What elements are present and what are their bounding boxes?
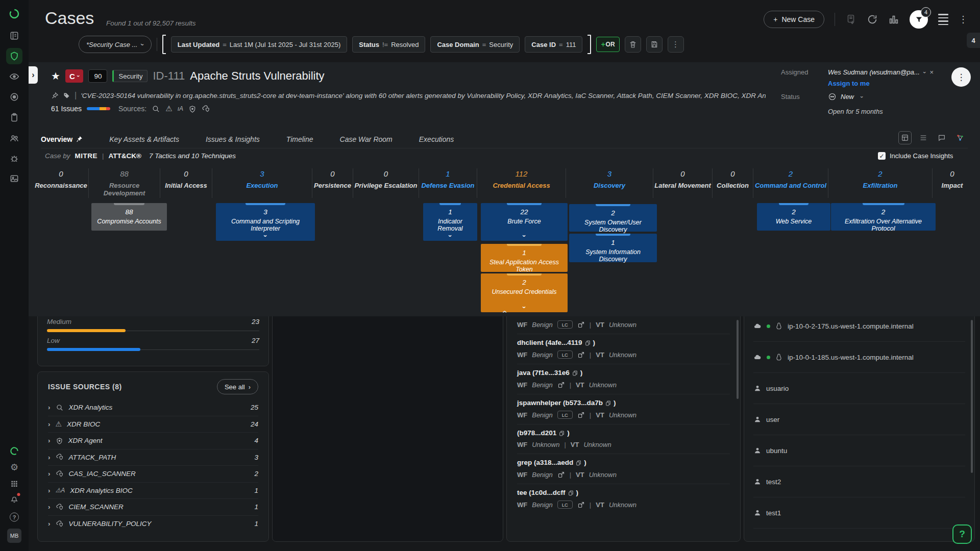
menu-hamburger-icon[interactable] bbox=[938, 14, 948, 25]
filters-button[interactable]: 4 bbox=[910, 10, 928, 29]
share-icon[interactable] bbox=[577, 500, 585, 509]
saved-filter-preset[interactable]: *Security Case ... › bbox=[79, 36, 152, 53]
technique-box-system-owner-user-discovery[interactable]: 2 System Owner/User Discovery bbox=[569, 204, 657, 232]
chevron-down-icon[interactable]: › bbox=[521, 235, 528, 237]
tag-icon[interactable] bbox=[63, 91, 70, 100]
tab-overview[interactable]: Overview bbox=[41, 135, 83, 143]
technique-box-exfiltration-over-alternative-protocol[interactable]: 2 Exfiltration Over Alternative Protocol bbox=[831, 203, 936, 231]
issue-source-row[interactable]: › ⚠ XDR BIOC 24 bbox=[48, 416, 258, 433]
status-value[interactable]: New bbox=[841, 93, 854, 101]
analytics-bioc-icon[interactable]: ıA bbox=[178, 105, 183, 112]
sidebar-item-tasks[interactable] bbox=[9, 112, 19, 122]
scrollbar-thumb[interactable] bbox=[737, 320, 739, 399]
technique-box-system-information-discovery[interactable]: 1 System Information Discovery bbox=[569, 234, 657, 262]
tactic-credential-access[interactable]: 112Credential Access bbox=[477, 168, 566, 198]
include-case-insights-toggle[interactable]: ✓ Include Case Insights bbox=[878, 152, 953, 160]
copy-icon[interactable] bbox=[575, 459, 582, 466]
comment-view-icon[interactable] bbox=[935, 131, 948, 144]
technique-box-compromise-accounts[interactable]: 88 Compromise Accounts bbox=[91, 203, 167, 231]
expand-chevron-icon[interactable]: › bbox=[48, 470, 51, 478]
scrollbar-thumb[interactable] bbox=[971, 320, 973, 473]
tactic-impact[interactable]: 0Impact bbox=[933, 168, 972, 198]
process-row[interactable]: java (7f1e...31e6 ) WF Benign | VT Unkno… bbox=[517, 364, 730, 394]
issue-source-row[interactable]: › ATTACK_PATH 3 bbox=[48, 449, 258, 466]
tactic-privilege-escalation[interactable]: 0Privilege Escalation bbox=[353, 168, 419, 198]
chevron-down-icon[interactable]: › bbox=[859, 96, 865, 98]
sidebar-item-cases[interactable] bbox=[9, 51, 19, 61]
tactic-initial-access[interactable]: 0Initial Access bbox=[160, 168, 212, 198]
process-row[interactable]: dhclient (4afe...4119 ) WF Benign LC | V… bbox=[517, 334, 730, 364]
process-row[interactable]: jspawnhelper (b573...da7b ) WF Benign LC… bbox=[517, 394, 730, 424]
copy-icon[interactable] bbox=[568, 489, 574, 496]
copy-icon[interactable] bbox=[572, 369, 578, 377]
analytics-search-icon[interactable] bbox=[152, 104, 160, 113]
expand-chevron-icon[interactable]: › bbox=[48, 520, 51, 528]
filter-chip-case-domain[interactable]: Case Domain = Security bbox=[430, 36, 520, 53]
sidebar-item-threat-intel[interactable] bbox=[9, 154, 19, 164]
user-row[interactable]: usuario bbox=[753, 373, 965, 404]
notifications-bell-icon[interactable] bbox=[10, 494, 19, 504]
sidebar-item-investigation[interactable] bbox=[9, 71, 19, 82]
grid-view-icon[interactable] bbox=[898, 131, 912, 144]
technique-box-web-service[interactable]: 2 Web Service bbox=[757, 203, 830, 231]
agent-shield-icon[interactable] bbox=[188, 104, 197, 113]
copy-icon[interactable] bbox=[605, 399, 611, 407]
delete-filter-button[interactable] bbox=[625, 36, 641, 53]
tactic-collection[interactable]: 0Collection bbox=[713, 168, 753, 198]
save-filter-button[interactable] bbox=[646, 36, 663, 53]
process-row[interactable]: (b978...d201 ) WF Unknown | VT Unknown bbox=[517, 424, 730, 454]
share-icon[interactable] bbox=[577, 411, 585, 419]
tactic-exfiltration[interactable]: 2Exfiltration bbox=[828, 168, 933, 198]
star-favorite-icon[interactable]: ★ bbox=[51, 70, 60, 82]
tab-key-assets[interactable]: Key Assets & Artifacts bbox=[109, 135, 179, 143]
severity-row-medium[interactable]: Medium 23 bbox=[47, 318, 259, 332]
tactic-discovery[interactable]: 3Discovery bbox=[566, 168, 653, 198]
see-all-button[interactable]: See all › bbox=[217, 379, 258, 394]
severity-row-low[interactable]: Low 27 bbox=[47, 337, 259, 351]
issue-source-row[interactable]: › CIEM_SCANNER 1 bbox=[48, 499, 258, 516]
tactic-persistence[interactable]: 0Persistence bbox=[312, 168, 353, 198]
expand-chevron-icon[interactable]: › bbox=[48, 437, 51, 444]
user-row[interactable]: test1 bbox=[753, 497, 965, 529]
technique-box-indicator-removal[interactable]: 1 Indicator Removal › bbox=[423, 203, 477, 241]
chevron-down-icon[interactable]: › bbox=[447, 235, 454, 237]
filter-chip-case-id[interactable]: Case ID = 111 bbox=[525, 36, 582, 53]
user-row[interactable]: ubuntu bbox=[753, 435, 965, 466]
chevron-down-icon[interactable]: › bbox=[262, 235, 270, 237]
technique-box-brute-force[interactable]: 22 Brute Force › bbox=[481, 203, 568, 241]
user-row[interactable]: user bbox=[753, 404, 965, 435]
user-avatar[interactable]: MB bbox=[7, 529, 21, 543]
host-row[interactable]: ip-10-0-1-185.us-west-1.compute.internal bbox=[753, 342, 965, 373]
more-options-icon[interactable]: ⋮ bbox=[959, 14, 968, 25]
tab-executions[interactable]: Executions bbox=[419, 135, 454, 143]
share-icon[interactable] bbox=[557, 381, 565, 389]
apps-grid-icon[interactable] bbox=[10, 479, 19, 488]
filter-more-options-icon[interactable]: ⋮ bbox=[668, 36, 684, 53]
tab-case-war-room[interactable]: Case War Room bbox=[340, 135, 393, 143]
chevron-down-icon[interactable]: › bbox=[521, 306, 528, 308]
right-edge-count-tab[interactable]: 4 bbox=[967, 33, 980, 48]
assign-to-me-link[interactable]: Assign to me bbox=[828, 80, 870, 87]
expand-chevron-icon[interactable]: › bbox=[48, 487, 51, 494]
copy-icon[interactable] bbox=[584, 339, 591, 346]
chevron-down-icon[interactable]: › bbox=[922, 71, 928, 73]
tactic-command-and-control[interactable]: 2Command and Control bbox=[753, 168, 828, 198]
severity-badge[interactable]: C › bbox=[65, 69, 84, 83]
expand-chevron-icon[interactable]: › bbox=[48, 404, 51, 411]
tactic-resource-development[interactable]: 88Resource Development bbox=[89, 168, 160, 198]
graph-view-icon[interactable] bbox=[953, 131, 967, 144]
sidebar-item-identity[interactable] bbox=[9, 133, 19, 143]
tactic-defense-evasion[interactable]: 1Defense Evasion bbox=[419, 168, 477, 198]
share-icon[interactable] bbox=[557, 470, 565, 479]
tab-issues-insights[interactable]: Issues & Insights bbox=[206, 135, 260, 143]
filter-chip-last-updated[interactable]: Last Updated = Last 1M (Jul 1st 2025 - J… bbox=[171, 36, 347, 53]
chart-view-icon[interactable] bbox=[888, 14, 899, 25]
expand-side-panel-button[interactable]: › bbox=[29, 66, 38, 84]
export-report-icon[interactable] bbox=[845, 14, 856, 25]
expand-chevron-icon[interactable]: › bbox=[48, 454, 51, 461]
issue-source-row[interactable]: › XDR Agent 4 bbox=[48, 433, 258, 449]
case-more-options-button[interactable]: ⋮ bbox=[951, 67, 971, 87]
add-or-filter-button[interactable]: + OR bbox=[596, 37, 619, 52]
list-view-icon[interactable] bbox=[917, 131, 930, 144]
copy-icon[interactable] bbox=[558, 429, 565, 437]
